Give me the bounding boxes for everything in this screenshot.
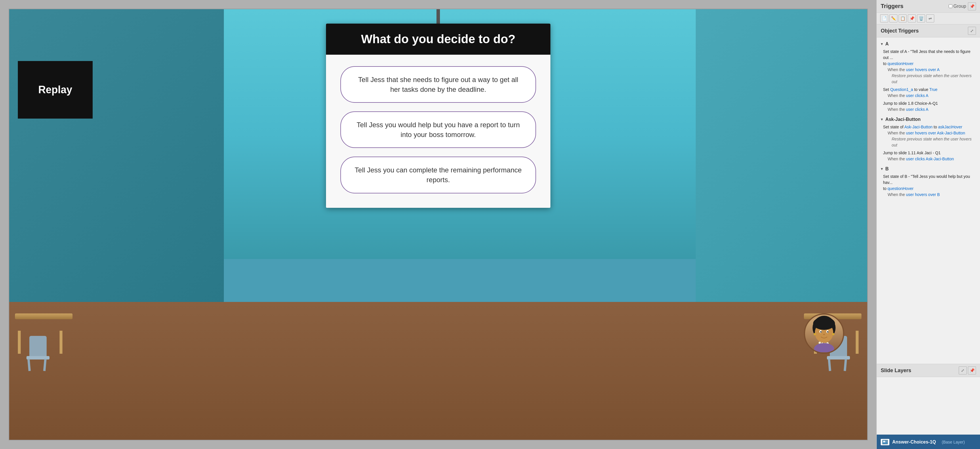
trigger-group-ask-jaci-header: ▼ Ask-Jaci-Button	[877, 116, 980, 123]
svg-point-12	[814, 343, 834, 352]
group-check[interactable]	[949, 4, 952, 8]
delete-trigger-btn[interactable]: 🗑️	[917, 14, 925, 22]
copy-trigger-btn[interactable]: 📋	[899, 14, 907, 22]
slide-layers-expand[interactable]: ⤢	[959, 366, 967, 374]
table-left	[15, 314, 73, 319]
svg-rect-16	[883, 441, 885, 443]
replay-button[interactable]: Replay	[18, 61, 93, 119]
wall-panel-left	[9, 9, 224, 302]
trigger-jaci-1: Set state of Ask-Jaci-Button to askJaciH…	[877, 123, 980, 149]
slide-layers-actions: ⤢ 📌	[959, 366, 976, 374]
trigger-group-b: ▼ B Set state of B - "Tell Jess you woul…	[877, 165, 980, 199]
trigger-jaci-1-italic: Restore previous state when the user hov…	[883, 136, 975, 148]
replay-label: Replay	[38, 84, 72, 96]
svg-point-5	[820, 331, 822, 333]
svg-point-14	[832, 333, 834, 335]
object-triggers-pin[interactable]: ⤢	[968, 27, 976, 35]
header-actions: Group 📌	[949, 2, 976, 10]
layer-icon-svg	[882, 440, 888, 444]
quiz-body: Tell Jess that she needs to figure out a…	[326, 55, 550, 208]
object-triggers-title: Object Triggers	[881, 28, 919, 34]
bottom-bar-layer-type: (Base Layer)	[942, 440, 965, 444]
triggers-title: Triggers	[881, 3, 904, 10]
slide-layers-header: Slide Layers ⤢ 📌	[877, 364, 980, 377]
svg-point-7	[823, 334, 825, 335]
main-area: Replay	[0, 0, 877, 449]
slide-layers-title: Slide Layers	[881, 368, 911, 374]
floor-bg	[9, 302, 867, 440]
new-trigger-btn[interactable]: 📄	[880, 14, 888, 22]
triggers-header: Triggers Group 📌	[877, 0, 980, 13]
trigger-b-1-sub: When the user hovers over B	[883, 192, 975, 198]
bottom-bar-layer-icon	[881, 439, 889, 445]
collapse-arrow-b[interactable]: ▼	[880, 167, 884, 171]
right-panel: Triggers Group 📌 📄 ✏️ 📋 📌 🗑️ ⇌ Object Tr…	[877, 0, 980, 449]
wall-panel-right	[696, 9, 867, 302]
trigger-jaci-1-sub: When the user hovers over Ask-Jaci-Butto…	[883, 130, 975, 136]
table-left-leg2	[60, 331, 62, 354]
collapse-arrow-ask-jaci[interactable]: ▼	[880, 118, 884, 121]
trigger-group-a: ▼ A Set state of A - "Tell Jess that she…	[877, 40, 980, 113]
group-b-label: B	[885, 166, 889, 172]
slide-layers-pin[interactable]: 📌	[968, 366, 976, 374]
trigger-jaci-2: Jump to slide 1.11 Ask Jaci - Q1 When th…	[877, 149, 980, 163]
slide-layers-content	[877, 377, 980, 435]
trigger-a-3-sub: When the user clicks A	[883, 107, 975, 113]
trigger-b-1: Set state of B - "Tell Jess you would he…	[877, 173, 980, 199]
table-left-leg1	[18, 331, 21, 354]
character-svg	[805, 315, 843, 352]
object-triggers-header: Object Triggers ⤢	[877, 24, 980, 37]
bottom-bar: Answer-Choices-1Q (Base Layer)	[877, 435, 980, 449]
chair-left	[24, 336, 52, 371]
svg-point-2	[813, 317, 835, 330]
collapse-arrow-a[interactable]: ▼	[880, 42, 884, 46]
choice-c-button[interactable]: Tell Jess you can complete the remaining…	[340, 156, 536, 193]
svg-point-13	[814, 333, 816, 335]
triggers-toolbar: 📄 ✏️ 📋 📌 🗑️ ⇌	[877, 13, 980, 24]
svg-point-6	[827, 331, 829, 333]
slide-container: Replay	[9, 9, 868, 440]
choice-b-button[interactable]: Tell Jess you would help but you have a …	[340, 111, 536, 148]
indent-trigger-btn[interactable]: ⇌	[926, 14, 934, 22]
group-ask-jaci-label: Ask-Jaci-Button	[885, 117, 921, 122]
edit-trigger-btn[interactable]: ✏️	[889, 14, 897, 22]
trigger-jaci-2-main: Jump to slide 1.11 Ask Jaci - Q1	[883, 150, 975, 156]
trigger-a-3: Jump to slide 1.8 Choice-A-Q1 When the u…	[877, 100, 980, 113]
trigger-group-a-header: ▼ A	[877, 40, 980, 48]
triggers-content: ▼ A Set state of A - "Tell Jess that she…	[877, 37, 980, 364]
trigger-a-2-main: Set Question1_a to value True	[883, 87, 975, 93]
trigger-group-b-header: ▼ B	[877, 165, 980, 173]
pin-button[interactable]: 📌	[968, 2, 976, 10]
trigger-a-2-sub: When the user clicks A	[883, 93, 975, 99]
paste-trigger-btn[interactable]: 📌	[908, 14, 916, 22]
trigger-jaci-1-main: Set state of Ask-Jaci-Button to askJaciH…	[883, 124, 975, 130]
trigger-jaci-2-sub: When the user clicks Ask-Jaci-Button	[883, 156, 975, 162]
trigger-b-1-main: Set state of B - "Tell Jess you would he…	[883, 174, 975, 192]
group-checkbox[interactable]: Group	[949, 4, 966, 9]
choice-a-button[interactable]: Tell Jess that she needs to figure out a…	[340, 66, 536, 103]
character-circle	[804, 314, 844, 354]
trigger-a-3-main: Jump to slide 1.8 Choice-A-Q1	[883, 100, 975, 107]
trigger-a-2: Set Question1_a to value True When the u…	[877, 86, 980, 100]
group-label: Group	[953, 4, 966, 9]
trigger-a-1-sub: When the user hovers over A	[883, 67, 975, 73]
trigger-a-1-italic: Restore previous state when the user hov…	[883, 73, 975, 85]
quiz-card: What do you decide to do? Tell Jess that…	[326, 24, 550, 208]
group-a-label: A	[885, 41, 889, 47]
trigger-a-1: Set state of A - "Tell Jess that she nee…	[877, 48, 980, 86]
trigger-group-ask-jaci: ▼ Ask-Jaci-Button Set state of Ask-Jaci-…	[877, 116, 980, 163]
quiz-question: What do you decide to do?	[337, 32, 539, 46]
table-right-leg1	[856, 331, 859, 354]
bottom-bar-layer-name: Answer-Choices-1Q	[892, 439, 936, 445]
character-avatar	[804, 314, 844, 354]
quiz-header: What do you decide to do?	[326, 24, 550, 55]
trigger-a-1-main: Set state of A - "Tell Jess that she nee…	[883, 49, 975, 67]
